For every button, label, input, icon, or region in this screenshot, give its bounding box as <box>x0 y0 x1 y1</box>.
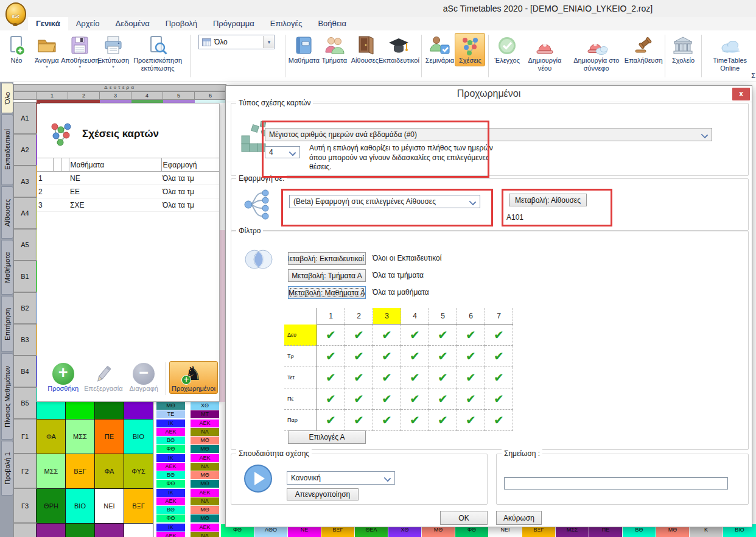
view-combobox[interactable]: Όλο▾ <box>198 35 275 49</box>
grid-row-header-Παρ[interactable]: Παρ <box>284 410 317 431</box>
grid-cell-Πε-4[interactable]: ✔ <box>401 388 429 410</box>
toolbar-item-subjects-book[interactable]: Μαθήματα <box>289 33 319 66</box>
dropdown-arrow-icon[interactable]: ▾ <box>79 65 81 69</box>
sidebar-tab-6[interactable]: Προβολή 1 <box>1 441 13 496</box>
row-label-Γ1[interactable]: Γ1 <box>13 419 37 454</box>
grid-cell-Τετ-3[interactable]: ✔ <box>373 367 401 388</box>
period-header-5[interactable]: 5 <box>163 91 195 100</box>
mini-lesson-card[interactable]: ΜΘ <box>191 506 219 514</box>
mini-lesson-card[interactable]: ΙΚ <box>156 419 185 427</box>
toolbar-item-open-folder[interactable]: Άνοιγμα▾ <box>32 33 62 71</box>
toolbar-item-seminars-person[interactable]: Σεμινάρια <box>424 33 455 66</box>
lesson-card[interactable]: ΜΣΣ <box>95 523 124 537</box>
toolbar-item-relations-molecule[interactable]: Σχέσεις <box>455 33 485 66</box>
lesson-card[interactable]: ΒΞΓ <box>66 454 95 488</box>
options-a-button[interactable]: Επιλογές Α <box>288 430 366 444</box>
mini-lesson-card[interactable]: ΙΚ <box>156 489 185 497</box>
grid-row-header-Τετ[interactable]: Τετ <box>284 367 317 388</box>
relation-row[interactable]: 3ΣΧΕΌλα τα τμ <box>37 198 219 212</box>
advanced-knight-button[interactable]: ♞+Προχωρημένοι <box>169 361 218 394</box>
relation-row[interactable]: 1ΝΕΌλα τα τμ <box>37 172 219 185</box>
lesson-card[interactable]: ΜΣΣ <box>37 454 66 488</box>
grid-cell-Τρ-2[interactable]: ✔ <box>345 346 373 367</box>
row-label-A4[interactable]: A4 <box>13 197 37 229</box>
grid-cell-Πε-3[interactable]: ✔ <box>373 388 401 410</box>
grid-cell-Δευ-3[interactable]: ✔ <box>373 325 401 346</box>
grid-cell-Τετ-6[interactable]: ✔ <box>457 367 485 388</box>
grid-cell-Παρ-1[interactable]: ✔ <box>317 410 345 431</box>
sidebar-tab-5[interactable]: Πίνακας Μαθημάτων <box>1 353 13 440</box>
toolbar-item-printer[interactable]: Εκτύπωση▾ <box>98 33 128 71</box>
lesson-card[interactable]: ΘΡΗ <box>37 488 66 523</box>
row-label-B5[interactable]: B5 <box>13 387 37 419</box>
toolbar-item-verify-gavel[interactable]: Επαλήθευση <box>626 33 662 66</box>
row-label-A5[interactable]: A5 <box>13 229 37 261</box>
toolbar-item-teacher-cap[interactable]: Εκπαιδευτικοί <box>380 33 418 66</box>
mini-lesson-card[interactable]: ΒΘ <box>156 437 185 444</box>
grid-cell-Παρ-6[interactable]: ✔ <box>457 410 485 431</box>
mini-lesson-card[interactable]: ΝΛ <box>191 428 219 436</box>
grid-cell-Παρ-5[interactable]: ✔ <box>429 410 457 431</box>
row-label-A2[interactable]: A2 <box>13 134 37 166</box>
grid-cell-Τετ-1[interactable]: ✔ <box>317 367 345 388</box>
relations-col-header-3[interactable]: Μαθήματα <box>69 158 161 172</box>
apply-mode-dropdown[interactable]: (Beta) Εφαρμογή στις επιλεγμένες Αίθουσε… <box>289 195 480 208</box>
grid-row-header-Πε[interactable]: Πε <box>284 388 317 410</box>
lesson-card[interactable]: ΒΙΟ <box>66 488 95 523</box>
mini-lesson-card[interactable]: ΑΕΚ <box>191 454 219 462</box>
lesson-card[interactable]: ΒΞΓ <box>124 488 153 523</box>
combobox-dropdown-button[interactable]: ▾ <box>263 36 274 48</box>
relations-col-header-4[interactable]: Εφαρμογή <box>161 158 219 172</box>
grid-cell-Πε-5[interactable]: ✔ <box>429 388 457 410</box>
menu-item-5[interactable]: Επιλογές <box>262 17 310 30</box>
grid-cell-Πε-7[interactable]: ✔ <box>485 388 513 410</box>
mini-lesson-card[interactable]: ΙΚ <box>156 524 185 532</box>
toolbar-item-cloud[interactable]: TimeTables Online <box>705 33 755 74</box>
lesson-card[interactable]: ΦΥΣ <box>124 454 153 488</box>
row-label-Γ2[interactable]: Γ2 <box>13 454 37 488</box>
mini-lesson-card[interactable]: ΜΘ <box>191 437 219 444</box>
grid-cell-Παρ-7[interactable]: ✔ <box>485 410 513 431</box>
filter-change-button-0[interactable]: Μεταβολή: Εκπαιδευτικοί Α <box>288 252 366 265</box>
grid-cell-Δευ-6[interactable]: ✔ <box>457 325 485 346</box>
grid-cell-Δευ-7[interactable]: ✔ <box>485 325 513 346</box>
mini-lesson-card[interactable]: ΜΘ <box>191 445 219 453</box>
lesson-card[interactable]: ΦΑ <box>95 454 124 488</box>
toolbar-item-check-badge[interactable]: Έλεγχος <box>492 33 522 66</box>
lesson-card[interactable]: ΜΣΣ <box>66 419 95 454</box>
relations-col-header-1[interactable] <box>53 158 61 172</box>
grid-col-header-7[interactable]: 7 <box>485 308 513 325</box>
row-label-B3[interactable]: B3 <box>13 324 37 356</box>
toolbar-item-save-floppy[interactable]: Αποθήκευση▾ <box>62 33 98 71</box>
grid-row-header-Τρ[interactable]: Τρ <box>284 346 317 367</box>
sidebar-tab-2[interactable]: Αίθουσες <box>1 186 13 239</box>
toolbar-clipped-item[interactable]: Σ <box>751 72 755 79</box>
mini-lesson-card[interactable]: ΜΘ <box>156 402 185 410</box>
row-label-A3[interactable]: A3 <box>13 166 37 197</box>
grid-cell-Παρ-4[interactable]: ✔ <box>401 410 429 431</box>
ok-button[interactable]: OK <box>440 511 488 525</box>
row-label-A1[interactable]: A1 <box>13 102 37 134</box>
relation-type-dropdown[interactable]: Μέγιστος αριθμός ημερών ανά εβδομάδα (#0… <box>265 128 712 141</box>
mini-lesson-card[interactable]: ΑΕΚ <box>156 532 185 537</box>
mini-lesson-card[interactable]: ΦΘ <box>156 514 185 522</box>
grid-cell-Τρ-5[interactable]: ✔ <box>429 346 457 367</box>
period-header-2[interactable]: 2 <box>68 91 100 100</box>
sidebar-tab-3[interactable]: Μαθήματα <box>1 240 13 295</box>
relations-col-header-0[interactable] <box>37 158 53 172</box>
grid-cell-Τρ-3[interactable]: ✔ <box>373 346 401 367</box>
add-plus-button[interactable]: +Προσθήκη <box>43 361 83 394</box>
relation-row[interactable]: 2ΕΕΌλα τα τμ <box>37 185 219 198</box>
mini-lesson-card[interactable]: ΜΘ <box>191 514 219 522</box>
menu-item-6[interactable]: Βοήθεια <box>310 17 354 30</box>
period-header-3[interactable]: 3 <box>100 91 131 100</box>
grid-cell-Δευ-4[interactable]: ✔ <box>401 325 429 346</box>
mini-lesson-card[interactable]: ΧΘ <box>191 402 219 410</box>
grid-cell-Τετ-5[interactable]: ✔ <box>429 367 457 388</box>
grid-cell-Παρ-3[interactable]: ✔ <box>373 410 401 431</box>
importance-dropdown[interactable]: Κανονική <box>287 471 395 485</box>
note-input[interactable] <box>504 477 728 490</box>
cancel-button[interactable]: Ακύρωση <box>496 511 542 525</box>
grid-cell-Τρ-6[interactable]: ✔ <box>457 346 485 367</box>
delete-minus-button[interactable]: −Διαγραφή <box>124 361 163 394</box>
